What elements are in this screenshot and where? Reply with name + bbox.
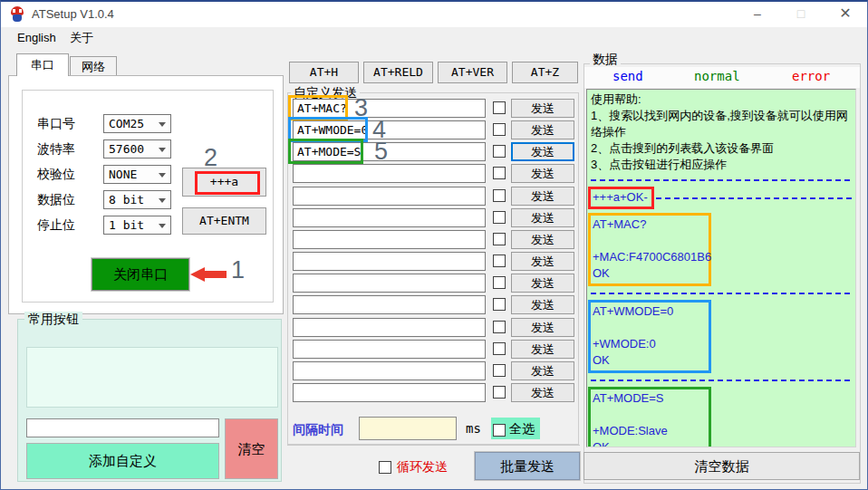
clear-data-button[interactable]: 清空数据 (583, 452, 860, 480)
send-button[interactable]: 发送 (511, 274, 574, 293)
interval-input[interactable] (359, 417, 457, 440)
send-button[interactable]: 发送 (511, 340, 574, 359)
add-custom-button[interactable]: 添加自定义 (26, 443, 219, 479)
send-button[interactable]: 发送 (511, 318, 574, 337)
row-checkbox[interactable] (493, 276, 506, 289)
custom-send-row: 发送4 (1, 120, 868, 140)
custom-command-input[interactable] (293, 318, 486, 337)
custom-command-input[interactable] (293, 164, 486, 183)
custom-send-row: 发送 (1, 187, 868, 207)
custom-send-row: 发送 (1, 208, 868, 228)
arrow-left-icon (190, 267, 228, 282)
log-line: OK (593, 439, 705, 447)
select-all-control: 全选 (491, 418, 540, 439)
loop-send-checkbox[interactable] (379, 461, 391, 474)
send-button[interactable]: 发送 (511, 142, 574, 161)
custom-command-input[interactable] (293, 187, 486, 206)
row-checkbox[interactable] (493, 233, 506, 245)
send-button[interactable]: 发送 (511, 120, 574, 139)
send-button[interactable]: 发送 (511, 187, 574, 206)
menu-bar: English关于 (1, 27, 867, 49)
interval-label: 间隔时间 (293, 422, 343, 438)
tab-network[interactable]: 网络 (70, 56, 117, 76)
menu-item-english[interactable]: English (14, 29, 60, 47)
row-checkbox[interactable] (493, 321, 506, 333)
custom-command-input[interactable] (293, 252, 486, 271)
title-bar: ATSetup V1.0.4 – □ ✕ (1, 2, 867, 27)
custom-send-row: 发送 (1, 252, 868, 272)
select-all-label: 全选 (509, 421, 535, 436)
data-legend: sendnormalerror (584, 67, 860, 88)
select-all-checkbox[interactable] (493, 424, 506, 437)
custom-send-row: 发送 (1, 295, 868, 315)
batch-send-button[interactable]: 批量发送 (475, 452, 580, 480)
log-line: +MODE:Slave (593, 423, 705, 439)
row-checkbox[interactable] (493, 167, 506, 179)
common-command-input[interactable] (26, 418, 219, 437)
send-button[interactable]: 发送 (511, 252, 574, 271)
send-button[interactable]: 发送 (511, 361, 574, 380)
custom-send-row: 发送 (1, 318, 868, 338)
log-blank-line (593, 407, 705, 423)
window-title: ATSetup V1.0.4 (32, 2, 114, 27)
annotation-number-5: 5 (374, 138, 388, 166)
quick-button-ath[interactable]: AT+H (289, 62, 359, 83)
clear-common-button[interactable]: 清空 (225, 418, 278, 479)
custom-command-input[interactable] (293, 295, 486, 314)
row-checkbox[interactable] (493, 123, 506, 136)
custom-command-input[interactable] (293, 230, 486, 249)
ms-label: ms (466, 421, 481, 436)
custom-send-row: 发送5 (1, 142, 868, 162)
row-checkbox[interactable] (493, 255, 506, 267)
app-window: ATSetup V1.0.4 – □ ✕ English关于 串口 网络 串口号… (0, 0, 868, 490)
divider (287, 445, 580, 446)
row-checkbox[interactable] (493, 386, 506, 399)
custom-send-row: 发送 (1, 274, 868, 293)
minimize-icon[interactable]: – (742, 2, 773, 27)
loop-send-label: 循环发送 (397, 459, 448, 474)
quick-button-atver[interactable]: AT+VER (438, 62, 507, 83)
annotation-number-1: 1 (231, 256, 245, 284)
custom-send-row: 发送 (1, 361, 868, 381)
custom-command-input[interactable] (293, 274, 486, 293)
send-button[interactable]: 发送 (511, 99, 574, 118)
custom-send-row: 发送 (1, 340, 868, 360)
custom-send-row: 发送 (1, 383, 868, 403)
send-button[interactable]: 发送 (511, 230, 574, 249)
row-checkbox[interactable] (493, 298, 506, 311)
row-checkbox[interactable] (493, 101, 506, 114)
custom-command-input[interactable] (293, 383, 486, 402)
custom-send-row: 发送 (1, 230, 868, 250)
annotation-box-2 (195, 171, 260, 195)
row-checkbox[interactable] (493, 342, 506, 355)
custom-command-input[interactable] (293, 208, 486, 227)
quick-button-atreld[interactable]: AT+RELD (363, 62, 433, 83)
row-checkbox[interactable] (493, 145, 506, 158)
row-checkbox[interactable] (493, 211, 506, 224)
app-logo-icon (9, 6, 25, 23)
legend-send: send (612, 69, 643, 83)
quick-button-atz[interactable]: AT+Z (512, 62, 578, 83)
loop-send-control: 循环发送 (379, 457, 448, 476)
annotation-number-2: 2 (204, 144, 217, 172)
send-button[interactable]: 发送 (511, 208, 574, 227)
custom-send-row: 发送 (1, 164, 868, 184)
row-checkbox[interactable] (493, 364, 506, 377)
row-checkbox[interactable] (493, 189, 506, 202)
legend-normal: normal (694, 69, 740, 83)
menu-item-about[interactable]: 关于 (66, 29, 97, 47)
data-group-title: 数据 (590, 52, 621, 68)
send-button[interactable]: 发送 (511, 383, 574, 402)
tab-serial[interactable]: 串口 (16, 53, 69, 76)
annotation-box-5 (288, 139, 363, 164)
custom-command-input[interactable] (293, 361, 486, 380)
send-button[interactable]: 发送 (511, 295, 574, 314)
custom-send-row: 发送3 (1, 99, 868, 119)
close-icon[interactable]: ✕ (830, 2, 861, 27)
send-button[interactable]: 发送 (511, 164, 574, 183)
maximize-icon[interactable]: □ (786, 2, 816, 27)
legend-error: error (792, 69, 830, 83)
custom-command-input[interactable] (293, 340, 486, 359)
